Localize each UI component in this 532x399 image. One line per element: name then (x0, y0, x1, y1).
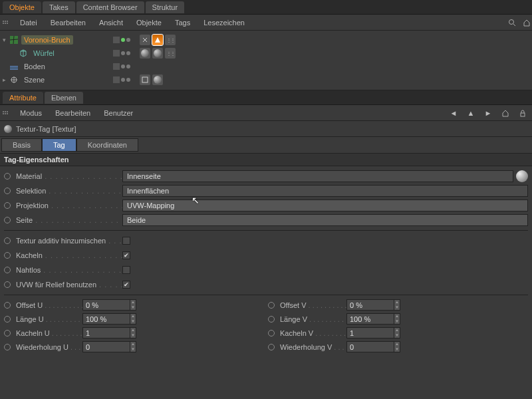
tag-icon[interactable] (140, 74, 150, 85)
object-menubar: Datei Bearbeiten Ansicht Objekte Tags Le… (0, 15, 532, 31)
tree-row-boden[interactable]: Boden (0, 60, 113, 73)
material-swatch-icon[interactable] (516, 170, 528, 182)
spinner[interactable]: ▲▼ (394, 313, 400, 325)
tree-row-voronoi[interactable]: ▾ Voronoi-Bruch (0, 33, 113, 47)
object-tree: ▾ Voronoi-Bruch Würfel Boden ▸ Szene (0, 31, 113, 90)
properties: Material Innenseite Selektion Innenfläch… (0, 166, 532, 356)
tree-label: Würfel (31, 49, 57, 58)
label-offsetv: Offset V (280, 301, 346, 309)
uvwrelief-checkbox[interactable]: ✔ (122, 281, 130, 289)
anim-radio[interactable] (4, 237, 11, 244)
spinner[interactable]: ▲▼ (130, 299, 136, 311)
tab-ebenen[interactable]: Ebenen (45, 92, 83, 104)
spinner[interactable]: ▲▼ (130, 327, 136, 338)
label-laengeu: Länge U (16, 315, 82, 323)
collapse-icon[interactable]: ▾ (3, 37, 9, 43)
menu-benutzer[interactable]: Benutzer (97, 107, 140, 119)
tag-icon[interactable] (152, 74, 163, 85)
anim-radio[interactable] (4, 302, 11, 309)
spinner[interactable]: ▲▼ (394, 299, 400, 311)
svg-rect-3 (10, 66, 18, 70)
anim-radio[interactable] (4, 330, 11, 336)
back-icon[interactable]: ◄ (448, 108, 459, 118)
home-icon[interactable] (521, 17, 532, 28)
anim-radio[interactable] (268, 330, 275, 336)
tag-icon[interactable] (152, 48, 163, 59)
menu-modus[interactable]: Modus (13, 107, 49, 119)
material-field[interactable]: Innenseite (122, 170, 513, 182)
laengev-input[interactable]: 100 % (346, 313, 394, 325)
up-icon[interactable]: ▲ (466, 108, 476, 118)
tree-row-wuerfel[interactable]: Würfel (0, 47, 113, 60)
anim-radio[interactable] (4, 252, 11, 259)
anim-radio[interactable] (268, 302, 275, 309)
anim-radio[interactable] (4, 202, 11, 209)
menu-lesezeichen[interactable]: Lesezeichen (197, 17, 251, 29)
menu-tags[interactable]: Tags (168, 17, 197, 29)
subtab-tag[interactable]: Tag (42, 138, 76, 152)
anim-radio[interactable] (268, 344, 275, 350)
laengeu-input[interactable]: 100 % (82, 313, 130, 325)
search-icon[interactable] (507, 17, 517, 28)
anim-radio[interactable] (4, 188, 11, 194)
wiedu-input[interactable]: 0 (82, 341, 130, 352)
tree-row-szene[interactable]: ▸ Szene (0, 73, 113, 86)
offsetu-input[interactable]: 0 % (82, 299, 130, 311)
anim-radio[interactable] (4, 173, 11, 180)
spinner[interactable]: ▲▼ (130, 313, 136, 325)
additiv-checkbox[interactable] (122, 237, 130, 245)
kachelnu-input[interactable]: 1 (82, 327, 130, 338)
section-header: Tag-Eigenschaften (0, 154, 532, 166)
anim-radio[interactable] (4, 217, 11, 223)
tag-icon[interactable] (140, 48, 150, 59)
tab-objekte[interactable]: Objekte (3, 1, 41, 13)
vis-row[interactable] (113, 33, 137, 47)
anim-radio[interactable] (4, 316, 11, 323)
subtab-koordinaten[interactable]: Koordinaten (76, 138, 138, 152)
menu-datei[interactable]: Datei (13, 17, 44, 29)
home-icon[interactable] (500, 108, 511, 118)
label-additiv: Textur additiv hinzumischen (16, 237, 122, 245)
expand-icon[interactable]: ▸ (3, 76, 9, 83)
spinner[interactable]: ▲▼ (394, 327, 400, 338)
label-material: Material (16, 172, 122, 180)
menu-ansicht[interactable]: Ansicht (92, 17, 130, 29)
seite-dropdown[interactable]: Beide (122, 214, 528, 226)
label-seite: Seite (16, 216, 122, 224)
spinner[interactable]: ▲▼ (394, 341, 400, 352)
tag-icon[interactable] (140, 35, 150, 45)
anim-radio[interactable] (268, 316, 275, 323)
kachelnv-input[interactable]: 1 (346, 327, 394, 338)
menu-bearbeiten2[interactable]: Bearbeiten (49, 107, 97, 119)
label-nahtlos: Nahtlos (16, 266, 122, 274)
tag-icon[interactable] (165, 35, 176, 45)
label-kachelnu: Kacheln U (16, 329, 82, 337)
projektion-dropdown[interactable]: UVW-Mapping (122, 200, 528, 211)
anim-radio[interactable] (4, 267, 11, 273)
tab-takes[interactable]: Takes (43, 1, 75, 13)
forward-icon[interactable]: ► (483, 108, 493, 118)
tab-attribute[interactable]: Attribute (3, 92, 43, 104)
nahtlos-checkbox[interactable] (122, 266, 130, 274)
menu-bearbeiten[interactable]: Bearbeiten (44, 17, 92, 29)
spinner[interactable]: ▲▼ (130, 341, 136, 352)
subtab-basis[interactable]: Basis (1, 138, 42, 152)
vis-row[interactable] (113, 73, 137, 86)
vis-row[interactable] (113, 47, 137, 60)
tab-content-browser[interactable]: Content Browser (76, 1, 144, 13)
menu-objekte[interactable]: Objekte (130, 17, 168, 29)
anim-radio[interactable] (4, 344, 11, 350)
tag-icon[interactable] (152, 35, 163, 45)
tag-icon[interactable] (165, 48, 176, 59)
tab-struktur[interactable]: Struktur (146, 1, 185, 13)
attribute-menubar: Modus Bearbeiten Benutzer ◄ ▲ ► (0, 105, 532, 121)
lock-icon[interactable] (517, 108, 528, 118)
fracture-icon (9, 35, 19, 45)
kacheln-checkbox[interactable]: ✔ (122, 251, 130, 259)
offsetv-input[interactable]: 0 % (346, 299, 394, 311)
wiedv-input[interactable]: 0 (346, 341, 394, 352)
vis-row[interactable] (113, 60, 137, 73)
cube-icon (19, 49, 28, 58)
anim-radio[interactable] (4, 281, 11, 288)
selektion-field[interactable]: Innenflächen (122, 185, 528, 197)
